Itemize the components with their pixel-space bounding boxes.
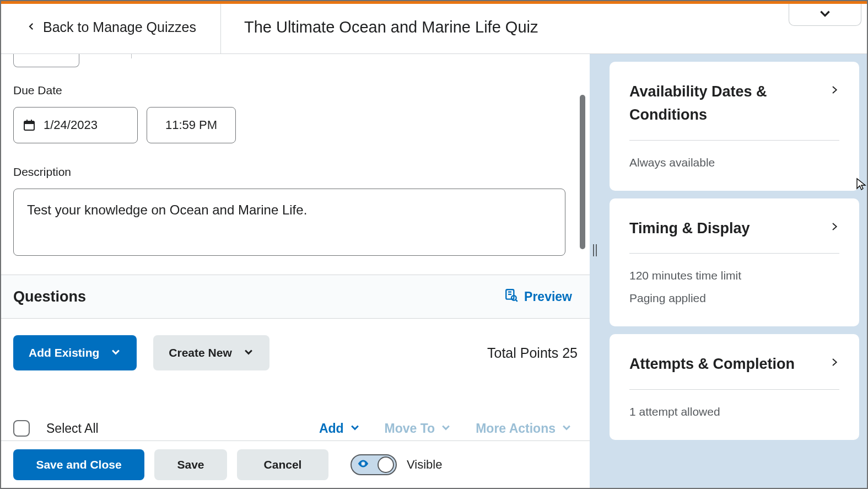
app-frame: Back to Manage Quizzes The Ultimate Ocea… <box>0 0 868 489</box>
due-date-row: 1/24/2023 11:59 PM <box>13 107 578 143</box>
main-column: Due Date 1/24/2023 11:59 PM Description <box>1 54 590 488</box>
more-actions-dropdown[interactable]: More Actions <box>476 421 572 436</box>
add-label: Add <box>319 421 344 436</box>
add-dropdown[interactable]: Add <box>319 421 360 436</box>
save-label: Save <box>177 458 204 471</box>
sidebar: Availability Dates & Conditions Always a… <box>602 54 867 488</box>
header-expand-tab[interactable] <box>789 3 861 26</box>
svg-line-8 <box>516 300 517 302</box>
panel-availability: Availability Dates & Conditions Always a… <box>610 62 859 191</box>
panel-timing-title: Timing & Display <box>629 217 750 240</box>
back-button[interactable]: Back to Manage Quizzes <box>1 1 221 53</box>
description-label: Description <box>13 165 578 179</box>
back-label: Back to Manage Quizzes <box>43 19 196 35</box>
description-input[interactable]: Test your knowledge on Ocean and Marine … <box>13 189 565 256</box>
description-value: Test your knowledge on Ocean and Marine … <box>27 202 307 217</box>
panel-meta-line: Paging applied <box>629 287 839 310</box>
panel-attempts-title: Attempts & Completion <box>629 353 795 376</box>
body: Due Date 1/24/2023 11:59 PM Description <box>1 54 867 488</box>
chevron-down-icon <box>440 421 451 436</box>
chevron-right-icon <box>829 222 839 234</box>
truncated-prev-section <box>13 60 578 72</box>
eye-icon <box>357 458 369 472</box>
main-scroll-area: Due Date 1/24/2023 11:59 PM Description <box>1 54 590 440</box>
chevron-down-icon <box>818 6 832 23</box>
move-to-label: Move To <box>385 421 435 436</box>
svg-rect-1 <box>24 121 34 124</box>
panel-timing-meta: 120 minutes time limit Paging applied <box>629 265 839 310</box>
cancel-label: Cancel <box>264 458 302 471</box>
cursor-icon <box>855 178 867 191</box>
create-new-button[interactable]: Create New <box>153 335 269 370</box>
save-and-close-label: Save and Close <box>36 458 121 471</box>
chevron-down-icon <box>349 421 360 436</box>
panel-timing-header[interactable]: Timing & Display <box>629 217 839 240</box>
select-all-label: Select All <box>46 421 99 436</box>
due-date-input[interactable]: 1/24/2023 <box>13 107 138 143</box>
chevron-down-icon <box>243 346 254 360</box>
due-date-label: Due Date <box>13 84 578 97</box>
visibility-toggle[interactable] <box>351 454 397 475</box>
select-all-group: Select All <box>13 420 99 437</box>
preview-link[interactable]: Preview <box>504 288 572 305</box>
panel-availability-header[interactable]: Availability Dates & Conditions <box>629 80 839 127</box>
svg-point-9 <box>362 463 364 465</box>
add-existing-label: Add Existing <box>29 346 99 359</box>
panel-timing: Timing & Display 120 minutes time limit … <box>610 198 859 327</box>
due-time-input[interactable]: 11:59 PM <box>147 107 236 143</box>
toggle-knob <box>378 456 394 473</box>
panel-availability-title: Availability Dates & Conditions <box>629 80 817 127</box>
brand-accent-bar <box>1 1 867 4</box>
due-date-value: 1/24/2023 <box>44 118 98 132</box>
title-area: The Ultimate Ocean and Marine Life Quiz <box>221 1 538 53</box>
total-points-label: Total Points 25 <box>487 345 578 361</box>
panel-meta-line: Always available <box>629 152 839 174</box>
scrollbar-thumb[interactable] <box>580 95 585 249</box>
save-button[interactable]: Save <box>154 449 227 480</box>
column-splitter[interactable] <box>590 54 602 488</box>
create-new-label: Create New <box>169 346 231 359</box>
splitter-handle-icon <box>593 244 597 256</box>
more-actions-label: More Actions <box>476 421 556 436</box>
question-list-toolbar: Select All Add Move To <box>13 370 578 437</box>
questions-header-bar: Questions Preview <box>1 275 590 319</box>
panel-meta-line: 120 minutes time limit <box>629 265 839 287</box>
chevron-right-icon <box>829 85 839 97</box>
chevron-left-icon <box>26 22 36 34</box>
page-title: The Ultimate Ocean and Marine Life Quiz <box>244 18 538 36</box>
panel-attempts-meta: 1 attempt allowed <box>629 401 839 423</box>
panel-attempts-header[interactable]: Attempts & Completion <box>629 353 839 376</box>
footer-bar: Save and Close Save Cancel Visible <box>1 440 590 488</box>
cancel-button[interactable]: Cancel <box>237 449 328 480</box>
header: Back to Manage Quizzes The Ultimate Ocea… <box>1 1 867 54</box>
visibility-label: Visible <box>407 458 442 472</box>
svg-rect-3 <box>31 120 32 122</box>
add-existing-button[interactable]: Add Existing <box>13 335 137 370</box>
panel-availability-meta: Always available <box>629 152 839 174</box>
calendar-icon <box>23 119 36 132</box>
panel-meta-line: 1 attempt allowed <box>629 401 839 423</box>
chevron-right-icon <box>829 357 839 369</box>
select-all-checkbox[interactable] <box>13 420 30 437</box>
visibility-toggle-group: Visible <box>351 454 442 475</box>
chevron-down-icon <box>561 421 572 436</box>
preview-icon <box>504 288 519 305</box>
due-time-value: 11:59 PM <box>165 118 217 132</box>
questions-title: Questions <box>13 288 86 305</box>
panel-attempts: Attempts & Completion 1 attempt allowed <box>610 334 859 440</box>
svg-rect-2 <box>26 120 28 122</box>
question-buttons-row: Add Existing Create New <box>13 319 578 370</box>
toolbar-actions: Add Move To <box>319 421 572 436</box>
preview-label: Preview <box>524 289 572 304</box>
chevron-down-icon <box>110 346 121 360</box>
move-to-dropdown[interactable]: Move To <box>385 421 452 436</box>
save-and-close-button[interactable]: Save and Close <box>13 449 144 480</box>
